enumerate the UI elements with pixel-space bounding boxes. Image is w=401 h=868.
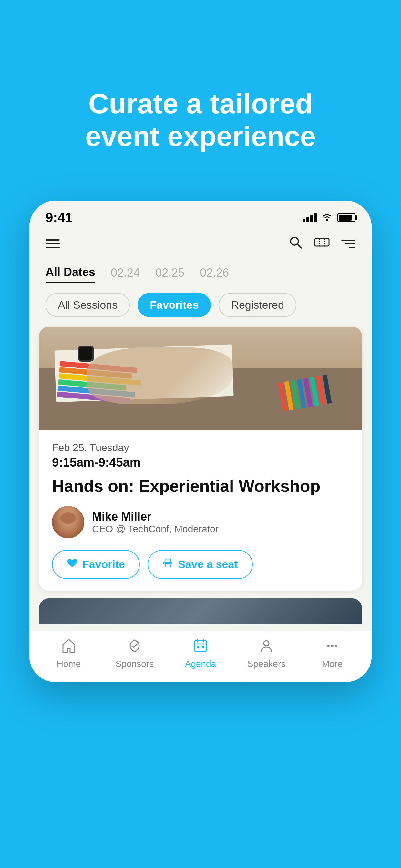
status-bar: 9:41 — [29, 201, 372, 228]
hero-title: Curate a tailored event experience — [32, 42, 369, 178]
battery-icon — [337, 213, 356, 222]
svg-line-8 — [165, 564, 166, 567]
date-tab-0226[interactable]: 02.26 — [200, 266, 229, 283]
session-card: Feb 25, Tuesday 9:15am-9:45am Hands on: … — [39, 327, 362, 590]
svg-rect-10 — [195, 641, 206, 652]
agenda-label: Agenda — [185, 659, 216, 669]
heart-icon — [67, 558, 78, 570]
favorites-filter[interactable]: Favorites — [137, 293, 211, 317]
session-filters: All Sessions Favorites Registered — [29, 286, 372, 327]
svg-point-19 — [335, 645, 337, 647]
bottom-nav: Home Sponsors — [29, 631, 372, 682]
date-tab-0224[interactable]: 02.24 — [111, 266, 140, 283]
date-tabs: All Dates 02.24 02.25 02.26 — [29, 259, 372, 286]
svg-point-16 — [264, 641, 269, 646]
svg-rect-15 — [202, 646, 204, 648]
action-buttons: Favorite Save a seat — [52, 550, 349, 579]
session-time: 9:15am-9:45am — [52, 456, 349, 469]
status-time: 9:41 — [45, 210, 73, 225]
speaker-row: Mike Miller CEO @ TechConf, Moderator — [52, 506, 349, 538]
sponsors-label: Sponsors — [116, 659, 154, 669]
speaker-info: Mike Miller CEO @ TechConf, Moderator — [92, 510, 219, 534]
svg-line-9 — [170, 564, 171, 567]
wifi-icon — [321, 212, 333, 223]
svg-line-2 — [297, 244, 301, 248]
more-label: More — [322, 659, 343, 669]
session-info: Feb 25, Tuesday 9:15am-9:45am Hands on: … — [39, 430, 362, 590]
chair-icon — [162, 558, 174, 571]
agenda-icon — [192, 638, 209, 655]
svg-point-17 — [327, 645, 330, 647]
save-seat-button[interactable]: Save a seat — [148, 550, 252, 579]
home-label: Home — [57, 659, 81, 669]
menu-button[interactable] — [45, 239, 60, 248]
hero-section: Curate a tailored event experience — [0, 0, 401, 201]
nav-item-home[interactable]: Home — [48, 638, 90, 669]
favorite-button[interactable]: Favorite — [52, 550, 140, 579]
phone-frame: 9:41 — [29, 201, 372, 682]
nav-item-agenda[interactable]: Agenda — [180, 638, 221, 669]
nav-item-more[interactable]: More — [311, 638, 353, 669]
filter-icon[interactable] — [341, 240, 356, 248]
nav-item-sponsors[interactable]: Sponsors — [114, 638, 156, 669]
save-seat-label: Save a seat — [178, 558, 238, 570]
session-image — [39, 327, 362, 430]
svg-point-0 — [326, 219, 328, 221]
status-icons — [303, 212, 356, 223]
nav-item-speakers[interactable]: Speakers — [245, 638, 287, 669]
next-session-card-partial — [39, 598, 362, 624]
svg-rect-3 — [315, 238, 329, 246]
more-icon — [324, 638, 341, 655]
search-icon[interactable] — [288, 235, 303, 252]
speakers-icon — [258, 638, 275, 655]
sponsors-icon — [126, 638, 143, 655]
svg-rect-6 — [165, 559, 171, 563]
all-sessions-filter[interactable]: All Sessions — [45, 293, 130, 317]
ticket-icon[interactable] — [314, 236, 330, 252]
speakers-label: Speakers — [247, 659, 285, 669]
top-navbar — [29, 228, 372, 259]
speaker-name: Mike Miller — [92, 510, 219, 523]
registered-filter[interactable]: Registered — [219, 293, 296, 317]
svg-rect-14 — [197, 646, 199, 648]
svg-point-18 — [331, 645, 334, 647]
favorite-label: Favorite — [82, 558, 125, 570]
date-tab-all[interactable]: All Dates — [45, 266, 95, 283]
session-date: Feb 25, Tuesday — [52, 442, 349, 454]
speaker-role: CEO @ TechConf, Moderator — [92, 523, 219, 534]
signal-icon — [303, 213, 317, 222]
date-tab-0225[interactable]: 02.25 — [155, 266, 184, 283]
speaker-avatar — [52, 506, 84, 538]
main-content: Feb 25, Tuesday 9:15am-9:45am Hands on: … — [29, 327, 372, 630]
home-icon — [60, 638, 77, 655]
session-title: Hands on: Experiential Workshop — [52, 476, 349, 496]
